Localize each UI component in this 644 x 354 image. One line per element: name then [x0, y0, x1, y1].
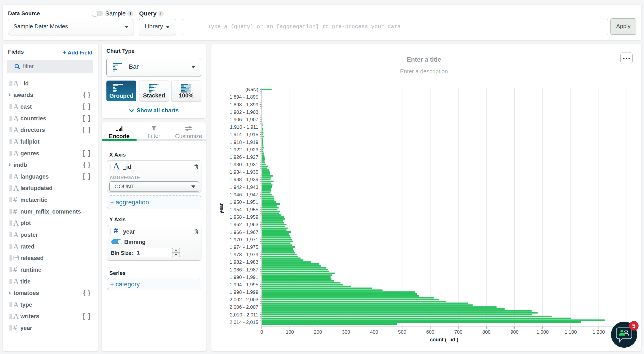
svg-text:1,962 - 1,963: 1,962 - 1,963 — [229, 222, 258, 227]
svg-text:100: 100 — [286, 329, 294, 335]
svg-text:year: year — [218, 203, 224, 214]
svg-text:1,930 - 1,931: 1,930 - 1,931 — [229, 162, 258, 167]
svg-text:2,006 - 2,007: 2,006 - 2,007 — [229, 304, 258, 310]
svg-text:1,946 - 1,947: 1,946 - 1,947 — [229, 192, 258, 197]
svg-text:1,986 - 1,987: 1,986 - 1,987 — [229, 267, 258, 273]
svg-text:1,998 - 1,999: 1,998 - 1,999 — [229, 290, 258, 295]
svg-text:1,000: 1,000 — [536, 329, 549, 335]
svg-text:500: 500 — [398, 329, 406, 335]
svg-text:1,894 - 1,895: 1,894 - 1,895 — [229, 94, 258, 100]
svg-text:1,990 - 1,991: 1,990 - 1,991 — [229, 275, 258, 280]
svg-text:2,014 - 2,015: 2,014 - 2,015 — [229, 320, 258, 325]
svg-text:1,910 - 1,911: 1,910 - 1,911 — [230, 124, 258, 130]
svg-text:(NaN): (NaN) — [245, 87, 258, 92]
svg-text:2,010 - 2,011: 2,010 - 2,011 — [230, 312, 258, 318]
svg-text:1,974 - 1,975: 1,974 - 1,975 — [229, 245, 258, 250]
svg-text:1,918 - 1,919: 1,918 - 1,919 — [229, 140, 258, 145]
svg-text:1,898 - 1,899: 1,898 - 1,899 — [229, 102, 258, 107]
svg-text:1,922 - 1,923: 1,922 - 1,923 — [229, 147, 258, 152]
svg-text:1,982 - 1,983: 1,982 - 1,983 — [229, 259, 258, 265]
svg-text:2,002 - 2,003: 2,002 - 2,003 — [229, 297, 258, 302]
svg-text:1,966 - 1,967: 1,966 - 1,967 — [229, 230, 258, 235]
svg-text:1,978 - 1,979: 1,978 - 1,979 — [229, 252, 258, 257]
svg-text:600: 600 — [426, 329, 434, 335]
svg-text:1,100: 1,100 — [565, 329, 577, 335]
svg-text:1,958 - 1,959: 1,958 - 1,959 — [229, 214, 258, 220]
svg-text:1,906 - 1,907: 1,906 - 1,907 — [229, 117, 258, 122]
svg-text:1,200: 1,200 — [593, 329, 605, 335]
svg-text:1,954 - 1,955: 1,954 - 1,955 — [229, 207, 258, 212]
svg-text:300: 300 — [342, 329, 350, 335]
svg-text:1,950 - 1,951: 1,950 - 1,951 — [229, 200, 258, 205]
svg-text:1,914 - 1,915: 1,914 - 1,915 — [229, 132, 258, 137]
svg-text:0: 0 — [260, 329, 263, 335]
svg-text:900: 900 — [510, 329, 518, 335]
svg-text:700: 700 — [454, 329, 462, 335]
svg-text:200: 200 — [314, 329, 322, 335]
svg-text:1,942 - 1,943: 1,942 - 1,943 — [229, 185, 258, 190]
svg-text:1,926 - 1,927: 1,926 - 1,927 — [229, 154, 258, 160]
svg-text:1,934 - 1,935: 1,934 - 1,935 — [229, 169, 258, 175]
svg-text:count ( _id ): count ( _id ) — [430, 337, 458, 343]
svg-text:400: 400 — [370, 329, 378, 335]
svg-text:800: 800 — [482, 329, 491, 335]
svg-text:1,970 - 1,971: 1,970 - 1,971 — [229, 237, 258, 242]
svg-text:1,994 - 1,995: 1,994 - 1,995 — [229, 282, 258, 287]
svg-text:1,938 - 1,939: 1,938 - 1,939 — [229, 177, 258, 182]
svg-text:1,902 - 1,903: 1,902 - 1,903 — [229, 109, 258, 115]
